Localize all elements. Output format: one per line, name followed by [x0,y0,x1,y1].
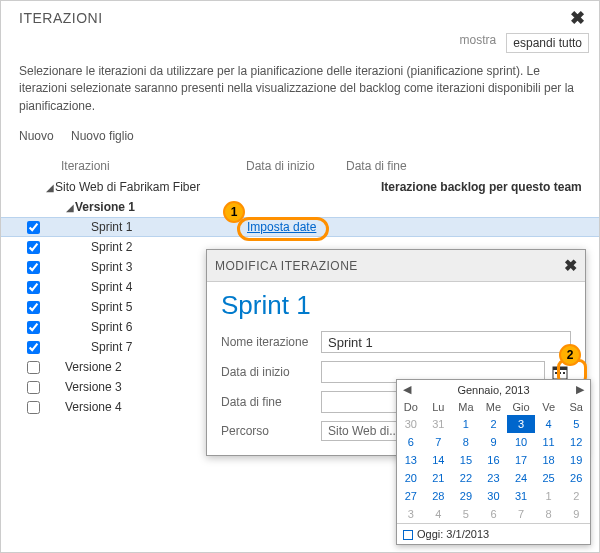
panel-header: ITERAZIONI ✖ [1,1,599,29]
version-checkbox[interactable] [27,401,40,414]
tree-root-label: Sito Web di Fabrikam Fiber [55,180,200,194]
sprint-label: Sprint 3 [91,260,132,274]
path-label: Percorso [221,424,321,438]
calendar-day[interactable]: 13 [397,451,425,469]
end-date-label: Data di fine [221,395,321,409]
close-icon[interactable]: ✖ [564,256,577,275]
calendar-day[interactable]: 5 [562,415,590,433]
show-link[interactable]: mostra [460,33,497,53]
calendar-dow: Ma [452,399,480,415]
sprint-checkbox[interactable] [27,261,40,274]
calendar-day[interactable]: 3 [397,505,425,523]
sprint-checkbox[interactable] [27,241,40,254]
calendar-day[interactable]: 24 [507,469,535,487]
calendar-day[interactable]: 9 [562,505,590,523]
next-month-icon[interactable]: ▶ [576,383,584,396]
calendar-day[interactable]: 4 [535,415,563,433]
calendar-day[interactable]: 30 [480,487,508,505]
calendar-day[interactable]: 7 [425,433,453,451]
calendar-day[interactable]: 29 [452,487,480,505]
sprint-label: Sprint 5 [91,300,132,314]
today-marker-icon [403,530,413,540]
sprint-checkbox[interactable] [27,301,40,314]
calendar-grid: DoLuMaMeGioVeSa 303112345678910111213141… [397,399,590,523]
calendar-day[interactable]: 4 [425,505,453,523]
calendar-dow: Me [480,399,508,415]
calendar-today-row[interactable]: Oggi: 3/1/2013 [397,523,590,544]
calendar-today-label: Oggi: 3/1/2013 [417,528,489,540]
col-end: Data di fine [346,159,446,173]
calendar-day[interactable]: 31 [425,415,453,433]
calendar-day[interactable]: 2 [480,415,508,433]
calendar-day[interactable]: 15 [452,451,480,469]
tree-root-row[interactable]: ◢ Sito Web di Fabrikam Fiber Iterazione … [1,177,599,197]
panel-title: ITERAZIONI [19,10,103,26]
sprint-checkbox[interactable] [27,341,40,354]
calendar-day[interactable]: 7 [507,505,535,523]
sprint-label: Sprint 4 [91,280,132,294]
sprint-checkbox[interactable] [27,281,40,294]
calendar-day[interactable]: 30 [397,415,425,433]
sprint-label: Sprint 6 [91,320,132,334]
team-backlog-note: Iterazione backlog per questo team [381,180,582,194]
calendar-day[interactable]: 31 [507,487,535,505]
sprint-checkbox[interactable] [27,321,40,334]
path-value: Sito Web di... [328,424,399,438]
calendar-day[interactable]: 6 [480,505,508,523]
top-links: mostra espandi tutto [1,29,599,61]
col-start: Data di inizio [246,159,346,173]
calendar-day[interactable]: 20 [397,469,425,487]
calendar-day[interactable]: 11 [535,433,563,451]
version-checkbox[interactable] [27,361,40,374]
calendar-day[interactable]: 27 [397,487,425,505]
calendar-day[interactable]: 9 [480,433,508,451]
calendar-day[interactable]: 22 [452,469,480,487]
name-row: Nome iterazione [207,327,585,357]
calendar-day[interactable]: 26 [562,469,590,487]
calendar-day[interactable]: 8 [535,505,563,523]
annotation-ring-1 [237,217,329,241]
calendar-day[interactable]: 10 [507,433,535,451]
calendar-day[interactable]: 25 [535,469,563,487]
version-label: Versione 3 [65,380,122,394]
calendar-dow: Sa [562,399,590,415]
dialog-header: MODIFICA ITERAZIONE ✖ [207,250,585,282]
calendar-day[interactable]: 1 [535,487,563,505]
calendar-month-label[interactable]: Gennaio, 2013 [457,384,529,396]
calendar-day[interactable]: 1 [452,415,480,433]
version-1-row[interactable]: ◢ Versione 1 [1,197,599,217]
iteration-name-input[interactable] [321,331,571,353]
version-1-label: Versione 1 [75,200,135,214]
name-label: Nome iterazione [221,335,321,349]
expand-all-link[interactable]: espandi tutto [506,33,589,53]
calendar-day[interactable]: 14 [425,451,453,469]
calendar-day[interactable]: 16 [480,451,508,469]
sprint-checkbox[interactable] [27,221,40,234]
calendar-day[interactable]: 21 [425,469,453,487]
calendar-dow: Ve [535,399,563,415]
calendar-day[interactable]: 23 [480,469,508,487]
collapse-icon[interactable]: ◢ [65,202,75,213]
calendar-day[interactable]: 28 [425,487,453,505]
calendar-day[interactable]: 17 [507,451,535,469]
dialog-title: MODIFICA ITERAZIONE [215,259,358,273]
calendar-day[interactable]: 12 [562,433,590,451]
prev-month-icon[interactable]: ◀ [403,383,411,396]
calendar-day[interactable]: 8 [452,433,480,451]
calendar-day[interactable]: 2 [562,487,590,505]
calendar-day[interactable]: 5 [452,505,480,523]
calendar-day[interactable]: 19 [562,451,590,469]
new-child-command[interactable]: Nuovo figlio [71,129,134,143]
close-icon[interactable]: ✖ [564,7,591,29]
version-checkbox[interactable] [27,381,40,394]
calendar-day[interactable]: 3 [507,415,535,433]
collapse-icon[interactable]: ◢ [45,182,55,193]
col-iterations: Iterazioni [61,159,246,173]
new-command[interactable]: Nuovo [19,129,54,143]
calendar-day[interactable]: 18 [535,451,563,469]
calendar-dow: Gio [507,399,535,415]
calendar-day[interactable]: 6 [397,433,425,451]
date-picker: ◀ Gennaio, 2013 ▶ DoLuMaMeGioVeSa 303112… [396,379,591,545]
annotation-badge-2: 2 [559,344,581,366]
calendar-dow: Lu [425,399,453,415]
